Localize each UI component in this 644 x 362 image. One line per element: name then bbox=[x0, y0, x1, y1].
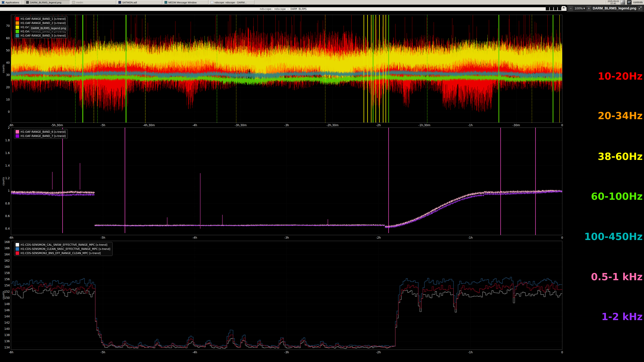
x-tick-label: -2h bbox=[368, 123, 390, 127]
y-tick-label: 162 bbox=[2, 259, 10, 262]
y-tick-label: 136 bbox=[2, 340, 10, 343]
clock-time: 07:40 bbox=[608, 2, 619, 4]
legend-item: H1:OAF-RANGE_BAND_2 [s-trend] bbox=[16, 21, 66, 25]
clock[interactable]: 2025-09-03 07:40 bbox=[608, 0, 619, 4]
legend-swatch bbox=[16, 34, 19, 37]
x-tick-label: -2h bbox=[368, 236, 390, 239]
medm-message-icon bbox=[164, 1, 167, 4]
ndscope-titlebar[interactable]: ndscope: ndscope - DARM BLRMS ✕ bbox=[0, 7, 566, 11]
frequency-band-label: 20-34Hz bbox=[598, 110, 643, 121]
frequency-band-label: 38-60Hz bbox=[598, 151, 643, 162]
frequency-band-label: 0.5-1 kHz bbox=[591, 271, 643, 283]
x-tick-label: -4h,30m bbox=[138, 123, 160, 127]
legend-swatch bbox=[16, 247, 19, 251]
taskbar-window-button[interactable]: DARM_BLRMS_legend.png bbox=[25, 0, 70, 4]
y-tick-label: 158 bbox=[2, 271, 10, 275]
x-tick-label: -4h bbox=[184, 236, 206, 239]
x-tick-label: -6h bbox=[0, 236, 22, 239]
x-tick-label: -5h bbox=[92, 123, 114, 127]
plot-legend: H1:CDS-SENSMON_CAL_SNSW_EFFECTIVE_RANGE_… bbox=[14, 242, 112, 256]
screenshot-tool-icon[interactable] bbox=[620, 0, 625, 4]
legend-item: H1:CDS-SENSMON_CLEAN_SNSC_EFFECTIVE_RANG… bbox=[16, 247, 110, 251]
y-tick-label: 154 bbox=[2, 284, 10, 287]
legend-swatch bbox=[16, 17, 19, 21]
y-tick-label: 146 bbox=[2, 309, 10, 312]
plot-0[interactable] bbox=[11, 15, 562, 123]
taskbar-window-label: DARM_BLRMS_legend.png bbox=[30, 1, 62, 4]
applications-menu[interactable]: Applications bbox=[0, 0, 24, 5]
taskbar-window-label: medm bbox=[76, 1, 83, 4]
y-tick-label: 138 bbox=[2, 333, 10, 337]
window-shade-button[interactable] bbox=[546, 5, 549, 10]
y-axis-title: counts bbox=[2, 61, 5, 76]
legend-swatch bbox=[16, 251, 19, 255]
satmon-icon bbox=[118, 1, 121, 4]
plot-canvas-1[interactable] bbox=[11, 128, 562, 235]
window-minimize-button[interactable] bbox=[550, 5, 553, 10]
image-viewer-window: − 100% ▾ + DARM_BLRMS_legend.png 10-20Hz… bbox=[567, 5, 644, 362]
window-menu-button[interactable] bbox=[558, 5, 561, 10]
ndscope-window-title: ndscope: ndscope - DARM BLRMS bbox=[0, 7, 566, 11]
frequency-band-label: 10-20Hz bbox=[598, 70, 643, 82]
taskbar-tray: 2025-09-03 07:40 controls bbox=[604, 0, 644, 5]
ndscope-window-top-strip bbox=[0, 5, 566, 7]
taskbar-window-button[interactable]: MEDM Message Window bbox=[163, 0, 208, 4]
cursor-tooltip: DARM_BLRMS_legend.png bbox=[28, 25, 68, 31]
window-maximize-button[interactable] bbox=[554, 5, 557, 10]
y-tick-label: 20 bbox=[2, 86, 10, 89]
expand-icon bbox=[638, 6, 642, 9]
window-close-button[interactable]: ✕ bbox=[562, 6, 566, 10]
window-controls: ✕ bbox=[546, 5, 566, 11]
zoom-level-dropdown[interactable]: 100% ▾ bbox=[574, 6, 585, 10]
frequency-band-label: 1-2 kHz bbox=[602, 311, 643, 323]
taskbar-divider bbox=[604, 1, 605, 4]
x-tick-label: -1h bbox=[459, 123, 481, 127]
y-tick-label: 10 bbox=[2, 98, 10, 101]
y-tick-label: 156 bbox=[2, 278, 10, 281]
y-tick-label: 166 bbox=[2, 247, 10, 250]
x-tick-label: -5h,30m bbox=[46, 123, 68, 127]
taskbar-window-button[interactable]: SATMON.adl bbox=[117, 0, 162, 4]
y-tick-label: 2 bbox=[2, 126, 10, 129]
legend-item: H1:CDS-SENSMON2_BNS_EFF_RANGE_CLEAN_MPC … bbox=[16, 251, 110, 255]
x-tick-label: -1h bbox=[459, 236, 481, 239]
x-tick-label: -1h bbox=[459, 351, 481, 354]
plot-1[interactable] bbox=[11, 128, 562, 235]
zoom-out-button[interactable]: − bbox=[568, 6, 573, 11]
legend-channel-label: H1:CDS-SENSMON2_BNS_EFF_RANGE_CLEAN_MPC … bbox=[21, 252, 101, 255]
x-tick-label: -3h,30m bbox=[230, 123, 252, 127]
taskbar-window-button[interactable]: ndscope: ndscope - DARM... bbox=[209, 0, 254, 4]
y-tick-label: 0.6 bbox=[2, 214, 10, 218]
plot-canvas-0[interactable] bbox=[11, 15, 562, 122]
legend-channel-label: H1:OAF-RANGE_BAND_6 [s-trend] bbox=[21, 130, 66, 133]
taskbar-divider bbox=[21, 1, 22, 4]
y-axis-title: counts bbox=[2, 288, 5, 303]
zoom-in-button[interactable]: + bbox=[586, 6, 591, 11]
y-tick-label: 160 bbox=[2, 265, 10, 269]
medm-icon bbox=[72, 1, 75, 4]
keyboard-layout-icon[interactable] bbox=[627, 0, 632, 4]
y-tick-label: 0.4 bbox=[2, 227, 10, 230]
plot-canvas-2[interactable] bbox=[11, 241, 562, 350]
plot-2[interactable] bbox=[11, 241, 562, 350]
legend-channel-label: H1:OAF-RANGE_BAND_2 [s-trend] bbox=[21, 21, 66, 25]
legend-channel-label: H1:CDS-SENSMON_CAL_SNSW_EFFECTIVE_RANGE_… bbox=[21, 243, 107, 246]
image-viewer-title: DARM_BLRMS_legend.png bbox=[593, 6, 636, 10]
fullscreen-button[interactable] bbox=[638, 6, 643, 11]
y-tick-label: 144 bbox=[2, 315, 10, 318]
taskbar-window-button[interactable]: medm bbox=[71, 0, 116, 4]
y-tick-label: 50 bbox=[2, 49, 10, 52]
legend-swatch bbox=[16, 243, 19, 247]
legend-swatch bbox=[16, 134, 19, 138]
legend-item: H1:OAF-RANGE_BAND_1 [s-trend] bbox=[16, 17, 66, 21]
y-tick-label: 140 bbox=[2, 327, 10, 331]
x-tick-label: -3h bbox=[276, 351, 298, 354]
x-tick-label: -3h bbox=[276, 123, 298, 127]
plot-legend: H1:OAF-RANGE_BAND_6 [s-trend]H1:OAF-RANG… bbox=[14, 129, 68, 139]
legend-item: H1:OAF-RANGE_BAND_7 [s-trend] bbox=[16, 134, 66, 138]
x-tick-label: -3h bbox=[276, 236, 298, 239]
x-tick-label: -5h bbox=[92, 236, 114, 239]
y-tick-label: 168 bbox=[2, 240, 10, 244]
zoom-level-value: 100% bbox=[574, 6, 583, 10]
y-tick-label: 1 bbox=[2, 189, 10, 192]
